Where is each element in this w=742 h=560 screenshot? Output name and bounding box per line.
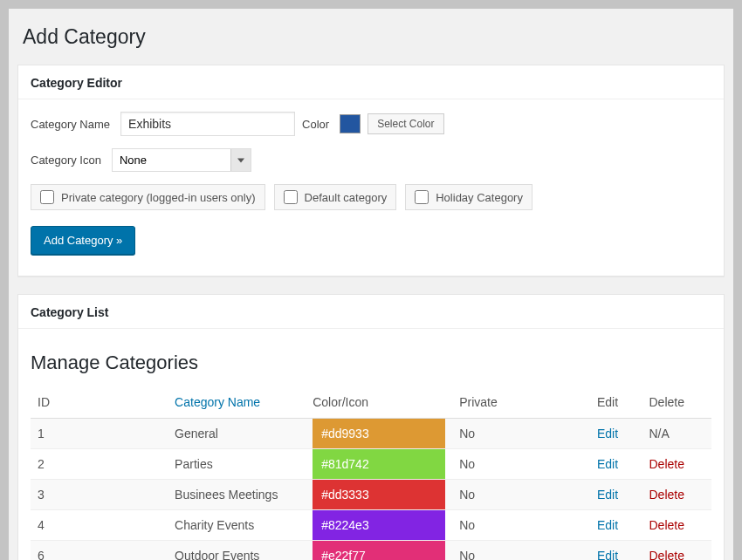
cell-color: #e22f77 xyxy=(306,541,452,561)
holiday-checkbox[interactable] xyxy=(415,190,429,204)
col-private: Private xyxy=(452,386,590,419)
cell-color: #dd3333 xyxy=(306,480,452,510)
cell-category-name: General xyxy=(168,419,306,449)
category-icon-select-wrap xyxy=(112,148,251,172)
delete-link[interactable]: Delete xyxy=(649,549,684,560)
private-checkbox-group[interactable]: Private category (logged-in users only) xyxy=(31,184,265,210)
categories-table: ID Category Name Color/Icon Private Edit… xyxy=(31,386,711,560)
cell-private: No xyxy=(452,419,590,449)
category-list-body: Manage Categories ID Category Name Color… xyxy=(18,329,724,560)
page-wrap: Add Category Category Editor Category Na… xyxy=(9,9,733,560)
cell-id: 1 xyxy=(31,419,168,449)
cell-private: No xyxy=(452,510,590,541)
default-checkbox-label: Default category xyxy=(305,191,388,204)
table-row: 3Businees Meetings#dd3333NoEditDelete xyxy=(31,480,711,510)
cell-delete: Delete xyxy=(642,510,711,541)
color-chip: #8224e3 xyxy=(313,510,445,540)
category-icon-select[interactable] xyxy=(112,148,251,172)
category-editor-heading: Category Editor xyxy=(18,65,724,99)
private-checkbox-label: Private category (logged-in users only) xyxy=(61,191,256,204)
cell-edit: Edit xyxy=(590,480,642,510)
col-category-name[interactable]: Category Name xyxy=(168,386,306,419)
holiday-checkbox-label: Holiday Category xyxy=(436,191,523,204)
category-list-heading: Category List xyxy=(18,295,724,329)
name-color-row: Category Name Color Select Color xyxy=(31,112,711,136)
cell-color: #dd9933 xyxy=(306,419,452,449)
default-checkbox[interactable] xyxy=(284,190,298,204)
category-editor-body: Category Name Color Select Color Categor… xyxy=(18,99,724,276)
color-chip: #dd3333 xyxy=(313,480,445,509)
cell-id: 2 xyxy=(31,449,168,480)
table-row: 2Parties#81d742NoEditDelete xyxy=(31,449,711,480)
col-color-icon: Color/Icon xyxy=(306,386,452,419)
cell-color: #8224e3 xyxy=(306,510,452,541)
table-header-row: ID Category Name Color/Icon Private Edit… xyxy=(31,386,711,419)
cell-edit: Edit xyxy=(590,541,642,561)
add-category-button[interactable]: Add Category » xyxy=(31,226,135,255)
cell-edit: Edit xyxy=(590,449,642,480)
cell-category-name: Businees Meetings xyxy=(168,480,306,510)
delete-link[interactable]: Delete xyxy=(649,488,684,502)
cell-id: 6 xyxy=(31,541,168,561)
col-id: ID xyxy=(31,386,168,419)
color-chip: #e22f77 xyxy=(313,541,445,560)
edit-link[interactable]: Edit xyxy=(597,427,618,440)
cell-id: 4 xyxy=(31,510,168,541)
cell-delete: N/A xyxy=(642,419,711,449)
cell-id: 3 xyxy=(31,480,168,510)
page-title: Add Category xyxy=(17,17,725,65)
icon-row: Category Icon xyxy=(31,148,711,172)
cell-delete: Delete xyxy=(642,541,711,561)
color-label: Color xyxy=(302,118,329,131)
cell-category-name: Parties xyxy=(168,449,306,480)
table-row: 4Charity Events#8224e3NoEditDelete xyxy=(31,510,711,541)
cell-delete: Delete xyxy=(642,449,711,480)
category-name-input[interactable] xyxy=(120,112,295,136)
delete-link[interactable]: Delete xyxy=(649,457,684,471)
category-icon-label: Category Icon xyxy=(31,154,101,167)
category-name-label: Category Name xyxy=(31,118,110,131)
holiday-checkbox-group[interactable]: Holiday Category xyxy=(405,184,532,210)
cell-private: No xyxy=(452,541,590,561)
edit-link[interactable]: Edit xyxy=(597,457,618,471)
color-swatch[interactable] xyxy=(340,114,361,133)
edit-link[interactable]: Edit xyxy=(597,549,618,560)
color-chip: #dd9933 xyxy=(313,419,445,448)
category-list-panel: Category List Manage Categories ID Categ… xyxy=(17,294,725,560)
private-checkbox[interactable] xyxy=(40,190,54,204)
cell-edit: Edit xyxy=(590,419,642,449)
select-color-button[interactable]: Select Color xyxy=(368,113,443,134)
table-row: 6Outdoor Events#e22f77NoEditDelete xyxy=(31,541,711,561)
cell-delete: Delete xyxy=(642,480,711,510)
col-edit: Edit xyxy=(590,386,642,419)
color-chip: #81d742 xyxy=(313,449,445,479)
cell-edit: Edit xyxy=(590,510,642,541)
manage-categories-heading: Manage Categories xyxy=(31,352,711,374)
cell-category-name: Charity Events xyxy=(168,510,306,541)
table-row: 1General#dd9933NoEditN/A xyxy=(31,419,711,449)
default-checkbox-group[interactable]: Default category xyxy=(274,184,397,210)
edit-link[interactable]: Edit xyxy=(597,488,618,502)
col-delete: Delete xyxy=(642,386,711,419)
cell-private: No xyxy=(452,480,590,510)
edit-link[interactable]: Edit xyxy=(597,518,618,532)
checkbox-row: Private category (logged-in users only) … xyxy=(31,184,711,210)
delete-link[interactable]: Delete xyxy=(649,518,684,532)
cell-category-name: Outdoor Events xyxy=(168,541,306,561)
cell-color: #81d742 xyxy=(306,449,452,480)
category-editor-panel: Category Editor Category Name Color Sele… xyxy=(17,65,725,277)
cell-private: No xyxy=(452,449,590,480)
delete-na: N/A xyxy=(649,427,669,440)
